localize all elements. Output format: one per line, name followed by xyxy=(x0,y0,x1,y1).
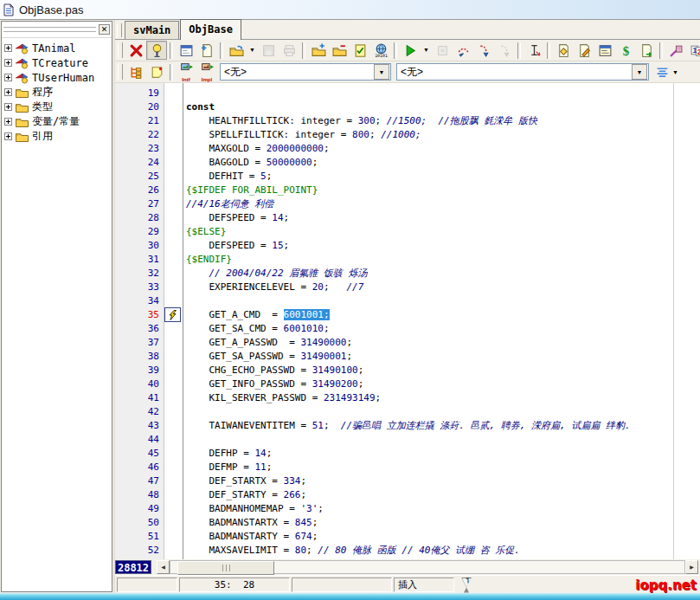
code-line[interactable]: TAIWANEVENTITEM = 51; //骗邑唱 立加连栏撬 涤葑. 邑贰… xyxy=(183,419,700,433)
member-combo-dropdown-icon[interactable]: ▼ xyxy=(374,64,389,80)
code-line[interactable]: CHG_ECHO_PASSWD = 31490100; xyxy=(183,364,700,377)
tree-item--[interactable]: 程序 xyxy=(2,85,112,100)
code-line[interactable]: BADMANSTARTY = 674; xyxy=(183,530,700,544)
print-button[interactable] xyxy=(279,41,299,60)
code-editor[interactable]: 1920212223242526272829303132333435363738… xyxy=(115,83,700,559)
code-line[interactable]: BAGGOLD = 50000000; xyxy=(183,156,700,170)
code-line[interactable]: HEALTHFILLTICK: integer = 300; //1500; /… xyxy=(183,114,700,128)
edit-source-button[interactable] xyxy=(574,41,594,60)
expand-plus-icon[interactable] xyxy=(4,118,12,126)
open-file-dropdown[interactable]: ▼ xyxy=(247,41,258,60)
match-highlight-button[interactable] xyxy=(125,41,146,60)
code-line[interactable]: GET_SA_PASSWD = 31490001; xyxy=(183,350,700,364)
code-line[interactable]: // 2004/04/22 眉氟骓 饭骇 烁汤 xyxy=(183,267,700,281)
code-line[interactable]: DEFMP = 11; xyxy=(183,461,700,474)
code-line[interactable] xyxy=(183,294,700,308)
code-line[interactable]: const xyxy=(183,100,700,114)
expand-plus-icon[interactable] xyxy=(4,103,12,111)
source-inspector-button[interactable] xyxy=(146,41,167,60)
line-numbers-button[interactable]: 12 xyxy=(686,41,700,60)
run-to-cursor-button[interactable] xyxy=(494,41,515,60)
expand-plus-icon[interactable] xyxy=(4,74,12,81)
code-line[interactable]: DEF_STARTX = 334; xyxy=(183,474,700,488)
code-line[interactable]: GET_A_PASSWD = 31490000; xyxy=(183,336,700,350)
export-button[interactable] xyxy=(636,41,657,60)
save-button[interactable] xyxy=(258,41,279,60)
expand-plus-icon[interactable] xyxy=(4,88,12,96)
editor-tab-svmain[interactable]: svMain xyxy=(125,21,179,39)
code-line[interactable]: EXPERIENCELEVEL = 20; //7 xyxy=(183,281,700,294)
toolbar-gripper[interactable] xyxy=(118,42,123,58)
goto-implementation-button[interactable]: Impl xyxy=(196,61,217,82)
add-file-button[interactable] xyxy=(308,41,329,60)
code-line[interactable]: KIL_SERVER_PASSWD = 231493149; xyxy=(183,391,700,405)
code-line[interactable]: DEFSPEED = 15; xyxy=(183,239,700,253)
toolbar-gripper[interactable] xyxy=(118,64,123,80)
remove-file-button[interactable] xyxy=(329,41,350,60)
compile-button[interactable]: 10101 xyxy=(370,41,391,60)
close-panel-button[interactable]: ✕ xyxy=(99,24,110,35)
code-line[interactable]: BADMANHOMEMAP = '3'; xyxy=(183,502,700,516)
tree-item-tuserhuman[interactable]: TUserHuman xyxy=(2,70,112,85)
code-line[interactable]: DEFSPEED = 14; xyxy=(183,211,700,225)
code-bottom-tab[interactable]: 代码 xyxy=(461,577,472,593)
code-line[interactable]: DEF_STARTY = 266; xyxy=(183,488,700,502)
code-line[interactable] xyxy=(183,87,700,100)
code-line[interactable]: GET_A_CMD = 6001001; xyxy=(183,308,700,322)
code-line[interactable]: DEFHIT = 5; xyxy=(183,170,700,184)
member-combo[interactable]: <无> ▼ xyxy=(220,63,391,81)
code-line[interactable]: {$ELSE} xyxy=(183,225,700,239)
code-pane[interactable]: const HEALTHFILLTICK: integer = 300; //1… xyxy=(183,83,700,559)
structure-view-button[interactable] xyxy=(125,62,146,81)
code-line[interactable]: GET_SA_CMD = 6001010; xyxy=(183,322,700,336)
step-over-button[interactable] xyxy=(453,41,473,60)
code-line[interactable] xyxy=(183,433,700,447)
goto-interface-button[interactable]: Intf xyxy=(176,61,196,82)
tabstrip-gripper[interactable] xyxy=(117,23,122,37)
expand-plus-icon[interactable] xyxy=(4,132,12,140)
new-item-button[interactable] xyxy=(553,41,574,60)
code-line[interactable]: {$ENDIF} xyxy=(183,253,700,267)
code-line[interactable]: SPELLFILLTICK: integer = 800; //1000; xyxy=(183,128,700,142)
cash-button[interactable]: $ xyxy=(615,41,636,60)
scroll-left-button[interactable]: ◀ xyxy=(157,560,170,574)
expand-plus-icon[interactable] xyxy=(4,44,12,52)
note-button[interactable] xyxy=(146,62,167,81)
panel-gripper[interactable] xyxy=(3,26,96,33)
trace-into-button[interactable] xyxy=(473,41,494,60)
pause-button[interactable] xyxy=(432,41,453,60)
open-file-button[interactable] xyxy=(226,41,247,60)
new-unit-button[interactable] xyxy=(196,41,217,60)
run-dropdown[interactable]: ▼ xyxy=(421,41,432,60)
line-number: 51 xyxy=(115,530,164,544)
class-combo-dropdown-icon[interactable]: ▼ xyxy=(632,64,647,80)
tree-item-tanimal[interactable]: TAnimal xyxy=(2,41,112,55)
scrollbar-thumb[interactable] xyxy=(177,561,274,575)
align-button[interactable] xyxy=(652,62,672,81)
window-list-button[interactable] xyxy=(594,41,615,60)
expand-plus-icon[interactable] xyxy=(4,59,12,67)
align-dropdown-icon[interactable]: ▼ xyxy=(672,69,678,75)
tree-item--[interactable]: 类型 xyxy=(2,100,112,114)
horizontal-scrollbar[interactable] xyxy=(170,560,685,574)
code-line[interactable]: //4/16老伺惫 利偿 xyxy=(183,197,700,211)
scroll-right-button[interactable]: ▶ xyxy=(685,560,698,574)
editor-tab-objbase[interactable]: ObjBase xyxy=(180,19,241,40)
tree-item--[interactable]: 引用 xyxy=(2,129,112,144)
tree-item--[interactable]: 变量/常量 xyxy=(2,114,112,129)
tree-item-tcreature[interactable]: TCreature xyxy=(2,55,112,70)
run-button[interactable] xyxy=(400,41,421,60)
code-line[interactable]: BADMANSTARTX = 845; xyxy=(183,516,700,530)
code-line[interactable]: {$IFDEF FOR_ABIL_POINT} xyxy=(183,184,700,197)
code-line[interactable]: MAXSAVELIMIT = 80; // 80 俺脉 函版 // 40俺父 试… xyxy=(183,544,700,558)
class-combo[interactable]: <无> ▼ xyxy=(396,63,649,81)
lightning-marker-icon[interactable] xyxy=(164,307,181,322)
caret-jump-button[interactable] xyxy=(523,41,544,60)
todo-list-button[interactable] xyxy=(350,41,370,60)
code-line[interactable]: DEFHP = 14; xyxy=(183,447,700,461)
view-form-button[interactable] xyxy=(176,41,196,60)
code-line[interactable]: MAXGOLD = 2000000000; xyxy=(183,142,700,156)
highlighter-button[interactable] xyxy=(665,41,686,60)
code-line[interactable]: GET_INFO_PASSWD = 31490200; xyxy=(183,377,700,391)
code-line[interactable] xyxy=(183,405,700,419)
